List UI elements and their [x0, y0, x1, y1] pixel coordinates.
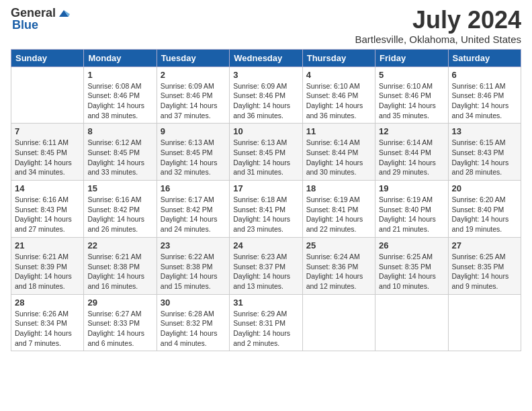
- sunrise-text: Sunrise: 6:23 AM: [233, 253, 287, 261]
- sunrise-text: Sunrise: 6:13 AM: [233, 138, 287, 146]
- cell-info: Sunrise: 6:10 AMSunset: 8:46 PMDaylight:…: [379, 81, 444, 121]
- cell-info: Sunrise: 6:13 AMSunset: 8:45 PMDaylight:…: [233, 138, 298, 177]
- calendar-cell: 7Sunrise: 6:11 AMSunset: 8:45 PMDaylight…: [11, 124, 84, 181]
- cell-info: Sunrise: 6:13 AMSunset: 8:45 PMDaylight:…: [161, 138, 226, 177]
- page-header: General Blue July 2024 Bartlesville, Okl…: [11, 7, 521, 45]
- sunrise-text: Sunrise: 6:14 AM: [306, 138, 360, 146]
- sunrise-text: Sunrise: 6:25 AM: [379, 253, 433, 261]
- sunset-text: Sunset: 8:35 PM: [452, 263, 504, 271]
- daylight-text: Daylight: 14 hours and 34 minutes.: [452, 101, 509, 120]
- sunset-text: Sunset: 8:33 PM: [87, 319, 140, 327]
- sunrise-text: Sunrise: 6:25 AM: [452, 253, 506, 261]
- calendar-cell: 10Sunrise: 6:13 AMSunset: 8:45 PMDayligh…: [230, 124, 302, 181]
- calendar-week-row: 21Sunrise: 6:21 AMSunset: 8:39 PMDayligh…: [11, 237, 521, 294]
- daylight-text: Daylight: 14 hours and 33 minutes.: [87, 158, 144, 177]
- calendar-cell: [375, 294, 448, 351]
- sunset-text: Sunset: 8:46 PM: [306, 91, 359, 99]
- calendar-cell: 26Sunrise: 6:25 AMSunset: 8:35 PMDayligh…: [375, 237, 448, 294]
- calendar-cell: 22Sunrise: 6:21 AMSunset: 8:38 PMDayligh…: [84, 237, 157, 294]
- daylight-text: Daylight: 14 hours and 27 minutes.: [15, 215, 72, 233]
- cell-day-number: 12: [379, 126, 444, 136]
- sunrise-text: Sunrise: 6:08 AM: [87, 82, 141, 90]
- sunset-text: Sunset: 8:46 PM: [452, 91, 504, 99]
- sunrise-text: Sunrise: 6:13 AM: [161, 138, 214, 146]
- cell-info: Sunrise: 6:21 AMSunset: 8:38 PMDaylight:…: [87, 252, 152, 291]
- logo-icon: [58, 9, 70, 18]
- cell-info: Sunrise: 6:27 AMSunset: 8:33 PMDaylight:…: [87, 309, 152, 349]
- cell-day-number: 27: [452, 240, 517, 250]
- cell-info: Sunrise: 6:19 AMSunset: 8:40 PMDaylight:…: [379, 195, 444, 234]
- sunrise-text: Sunrise: 6:21 AM: [15, 253, 69, 261]
- sunset-text: Sunset: 8:36 PM: [306, 263, 359, 271]
- daylight-text: Daylight: 14 hours and 4 minutes.: [161, 329, 218, 347]
- sunrise-text: Sunrise: 6:22 AM: [161, 253, 214, 261]
- cell-info: Sunrise: 6:09 AMSunset: 8:46 PMDaylight:…: [233, 81, 298, 121]
- logo-blue: Blue: [12, 19, 38, 32]
- daylight-text: Daylight: 14 hours and 22 minutes.: [306, 215, 363, 233]
- calendar-cell: 31Sunrise: 6:29 AMSunset: 8:31 PMDayligh…: [230, 294, 302, 351]
- cell-day-number: 15: [87, 183, 152, 193]
- daylight-text: Daylight: 14 hours and 21 minutes.: [379, 215, 436, 233]
- calendar-cell: 8Sunrise: 6:12 AMSunset: 8:45 PMDaylight…: [84, 124, 157, 181]
- title-location: Bartlesville, Oklahoma, United States: [355, 34, 521, 45]
- calendar-cell: [448, 294, 521, 351]
- cell-day-number: 29: [87, 298, 152, 308]
- cell-info: Sunrise: 6:15 AMSunset: 8:43 PMDaylight:…: [452, 138, 517, 177]
- sunset-text: Sunset: 8:39 PM: [15, 263, 67, 271]
- calendar-cell: 23Sunrise: 6:22 AMSunset: 8:38 PMDayligh…: [157, 237, 229, 294]
- day-header-monday: Monday: [84, 49, 157, 66]
- cell-info: Sunrise: 6:11 AMSunset: 8:45 PMDaylight:…: [15, 138, 80, 177]
- calendar-week-row: 28Sunrise: 6:26 AMSunset: 8:34 PMDayligh…: [11, 294, 521, 351]
- sunset-text: Sunset: 8:41 PM: [306, 205, 359, 214]
- daylight-text: Daylight: 14 hours and 36 minutes.: [233, 101, 290, 120]
- cell-info: Sunrise: 6:09 AMSunset: 8:46 PMDaylight:…: [161, 81, 226, 121]
- daylight-text: Daylight: 14 hours and 18 minutes.: [15, 272, 72, 290]
- sunset-text: Sunset: 8:40 PM: [379, 205, 431, 214]
- sunrise-text: Sunrise: 6:09 AM: [233, 82, 287, 90]
- sunrise-text: Sunrise: 6:16 AM: [87, 195, 141, 203]
- sunset-text: Sunset: 8:43 PM: [15, 205, 67, 214]
- calendar-cell: 6Sunrise: 6:11 AMSunset: 8:46 PMDaylight…: [448, 66, 521, 124]
- calendar-cell: 21Sunrise: 6:21 AMSunset: 8:39 PMDayligh…: [11, 237, 84, 294]
- sunset-text: Sunset: 8:42 PM: [87, 205, 140, 214]
- cell-info: Sunrise: 6:26 AMSunset: 8:34 PMDaylight:…: [15, 309, 80, 349]
- sunset-text: Sunset: 8:45 PM: [161, 148, 213, 156]
- cell-day-number: 4: [306, 70, 371, 80]
- calendar-cell: 30Sunrise: 6:28 AMSunset: 8:32 PMDayligh…: [157, 294, 229, 351]
- sunset-text: Sunset: 8:41 PM: [233, 205, 285, 214]
- cell-info: Sunrise: 6:25 AMSunset: 8:35 PMDaylight:…: [452, 252, 517, 291]
- cell-info: Sunrise: 6:23 AMSunset: 8:37 PMDaylight:…: [233, 252, 298, 291]
- calendar-header-row: SundayMondayTuesdayWednesdayThursdayFrid…: [11, 49, 521, 66]
- calendar-cell: 27Sunrise: 6:25 AMSunset: 8:35 PMDayligh…: [448, 237, 521, 294]
- calendar-week-row: 7Sunrise: 6:11 AMSunset: 8:45 PMDaylight…: [11, 124, 521, 181]
- sunrise-text: Sunrise: 6:17 AM: [161, 195, 214, 203]
- cell-info: Sunrise: 6:18 AMSunset: 8:41 PMDaylight:…: [233, 195, 298, 234]
- sunset-text: Sunset: 8:40 PM: [452, 205, 504, 214]
- cell-day-number: 25: [306, 240, 371, 250]
- cell-info: Sunrise: 6:19 AMSunset: 8:41 PMDaylight:…: [306, 195, 371, 234]
- sunrise-text: Sunrise: 6:21 AM: [87, 253, 141, 261]
- cell-info: Sunrise: 6:11 AMSunset: 8:46 PMDaylight:…: [452, 81, 517, 121]
- cell-info: Sunrise: 6:20 AMSunset: 8:40 PMDaylight:…: [452, 195, 517, 234]
- cell-info: Sunrise: 6:24 AMSunset: 8:36 PMDaylight:…: [306, 252, 371, 291]
- sunrise-text: Sunrise: 6:15 AM: [452, 138, 506, 146]
- cell-day-number: 9: [161, 126, 226, 136]
- daylight-text: Daylight: 14 hours and 13 minutes.: [233, 272, 290, 290]
- cell-day-number: 6: [452, 70, 517, 80]
- calendar-cell: 11Sunrise: 6:14 AMSunset: 8:44 PMDayligh…: [302, 124, 375, 181]
- daylight-text: Daylight: 14 hours and 29 minutes.: [379, 158, 436, 177]
- cell-day-number: 5: [379, 70, 444, 80]
- sunrise-text: Sunrise: 6:19 AM: [379, 195, 433, 203]
- cell-info: Sunrise: 6:14 AMSunset: 8:44 PMDaylight:…: [379, 138, 444, 177]
- calendar-cell: 16Sunrise: 6:17 AMSunset: 8:42 PMDayligh…: [157, 181, 229, 238]
- sunrise-text: Sunrise: 6:10 AM: [379, 82, 433, 90]
- calendar-cell: 12Sunrise: 6:14 AMSunset: 8:44 PMDayligh…: [375, 124, 448, 181]
- sunset-text: Sunset: 8:37 PM: [233, 263, 285, 271]
- cell-day-number: 16: [161, 183, 226, 193]
- cell-info: Sunrise: 6:16 AMSunset: 8:43 PMDaylight:…: [15, 195, 80, 234]
- calendar-cell: 1Sunrise: 6:08 AMSunset: 8:46 PMDaylight…: [84, 66, 157, 124]
- daylight-text: Daylight: 14 hours and 37 minutes.: [161, 101, 218, 120]
- daylight-text: Daylight: 14 hours and 12 minutes.: [306, 272, 363, 290]
- cell-info: Sunrise: 6:16 AMSunset: 8:42 PMDaylight:…: [87, 195, 152, 234]
- cell-day-number: 8: [87, 126, 152, 136]
